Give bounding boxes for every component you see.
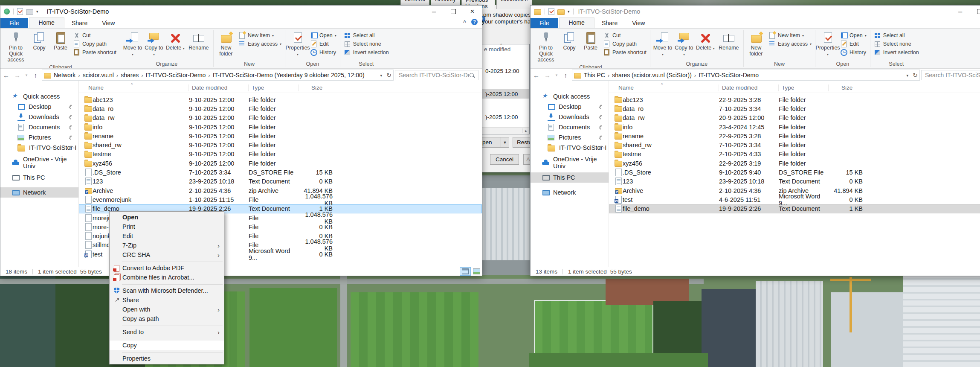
select-all-button[interactable]: Select all	[342, 32, 390, 39]
file-row-5[interactable]: shared_rw 7-10-2025 3:34 File folder	[609, 140, 980, 149]
tab-file[interactable]: File	[0, 18, 28, 28]
edit-button[interactable]: Edit	[309, 41, 338, 47]
context-menu-item-7[interactable]: Combine files in Acrobat... ›	[110, 273, 224, 282]
context-menu-item-2[interactable]: Edit ›	[110, 231, 224, 241]
breadcrumb-item-3[interactable]: IT-ITVO-SciStor-Demo	[143, 72, 209, 79]
edit-button[interactable]: Edit	[839, 41, 868, 47]
history-button[interactable]: History	[309, 49, 338, 56]
column-header-name[interactable]: Name	[609, 84, 719, 91]
details-view-button[interactable]	[460, 267, 471, 276]
copy-to-button[interactable]: Copy to ▾	[144, 30, 164, 58]
file-row-11[interactable]: evenmorejunk 1-10-2025 11:15 File 1.048.…	[79, 195, 482, 204]
paste-button[interactable]: Paste	[580, 30, 601, 52]
file-row-0[interactable]: abc123 22-9-2025 3:28 File folder	[609, 95, 980, 104]
scroll-right-arrow-icon[interactable]: ▸	[522, 128, 529, 133]
file-row-12[interactable]: file_demo 19-9-2025 2:26 Text Document 1…	[609, 204, 980, 213]
folder-icon[interactable]	[557, 9, 565, 15]
address-dropdown-icon[interactable]: ▾	[906, 73, 908, 78]
breadcrumb-item-4[interactable]: IT-ITVO-SciStor-Demo (Yesterday 9 oktobe…	[210, 72, 367, 79]
easy-access-button[interactable]: Easy access▾	[237, 41, 283, 47]
forward-button[interactable]: →	[12, 72, 22, 79]
select-none-button[interactable]: Select none	[873, 41, 920, 47]
file-row-11[interactable]: test 4-6-2025 11:51 Microsoft Word 9... …	[609, 195, 980, 204]
context-menu-item-5[interactable]: ›	[110, 259, 224, 263]
tab-home[interactable]: Home	[559, 17, 594, 28]
file-row-8[interactable]: .DS_Store 9-10-2025 9:40 DS_STORE File 1…	[609, 168, 980, 177]
sidebar-item-2[interactable]: Downloads	[0, 112, 78, 122]
tab-share[interactable]: Share	[64, 18, 95, 28]
file-row-8[interactable]: .DS_Store 7-10-2025 3:34 DS_STORE File 1…	[79, 168, 482, 177]
sidebar-item-0[interactable]: Quick access	[531, 91, 609, 102]
help-icon[interactable]: ?	[471, 19, 478, 25]
file-row-2[interactable]: data_rw 20-9-2025 12:00 File folder	[609, 114, 980, 122]
sidebar-item-3[interactable]: Documents	[531, 122, 609, 132]
file-row-1[interactable]: data_ro 9-10-2025 12:00 File folder	[79, 104, 482, 113]
sidebar-item-5[interactable]: IT-ITVO-SciStor-I	[0, 143, 78, 153]
sidebar-item-1[interactable]: Desktop	[531, 102, 609, 112]
file-row-2[interactable]: data_rw 9-10-2025 12:00 File folder	[79, 114, 482, 122]
title-bar[interactable]: ▾ IT-ITVO-SciStor-Demo ─ ×	[0, 6, 482, 17]
dialog-tab-customize[interactable]: Customize	[496, 0, 532, 9]
copy-to-button[interactable]: Copy to ▾	[674, 30, 694, 58]
collapse-ribbon-icon[interactable]: ^	[463, 19, 466, 25]
delete-button[interactable]: Delete ▾	[695, 30, 716, 52]
new-item-button[interactable]: New item▾	[767, 32, 813, 39]
context-menu-item-17[interactable]: ›	[110, 350, 224, 354]
delete-button[interactable]: Delete ▾	[165, 30, 186, 52]
context-menu-item-8[interactable]: ›	[110, 282, 224, 286]
sidebar-item-8[interactable]: Network	[531, 187, 609, 198]
new-folder-button[interactable]: New folder	[746, 30, 766, 58]
back-button[interactable]: ←	[1, 72, 11, 79]
context-menu-item-3[interactable]: 7-Zip ›	[110, 241, 224, 250]
breadcrumb-item-0[interactable]: Network	[51, 72, 78, 79]
sidebar-item-4[interactable]: Pictures	[0, 132, 78, 143]
address-bar[interactable]: Network › scistor.vu.nl › shares › IT-IT…	[42, 70, 394, 81]
maximize-button[interactable]	[444, 6, 463, 17]
maximize-button[interactable]	[970, 6, 980, 17]
column-header-size[interactable]: Size	[829, 84, 865, 91]
folder-icon[interactable]	[26, 9, 33, 15]
refresh-icon[interactable]: ↻	[386, 72, 391, 79]
move-to-button[interactable]: Move to ▾	[652, 30, 673, 58]
rename-button[interactable]: Rename	[716, 30, 741, 52]
column-header-name[interactable]: Name	[79, 84, 189, 91]
breadcrumb-item-2[interactable]: IT-ITVO-SciStor-Demo	[696, 72, 761, 79]
file-row-9[interactable]: 123 23-9-2025 10:18 Text Document 0 KB	[79, 177, 482, 186]
sidebar-item-5[interactable]: IT-ITVO-SciStor-I	[531, 143, 609, 153]
breadcrumb-item-1[interactable]: scistor.vu.nl	[80, 72, 116, 79]
column-header-date-modified[interactable]: Date modified	[189, 84, 249, 91]
context-menu-item-11[interactable]: Open with ›	[110, 305, 224, 314]
context-menu-item-14[interactable]: Send to ›	[110, 327, 224, 337]
context-menu-item-12[interactable]: Copy as path ›	[110, 314, 224, 323]
context-menu-item-13[interactable]: ›	[110, 323, 224, 327]
context-menu-item-4[interactable]: CRC SHA ›	[110, 250, 224, 259]
file-row-7[interactable]: xyz456 22-9-2025 3:19 File folder	[609, 159, 980, 168]
sidebar-item-6[interactable]: OneDrive - Vrije Univ	[0, 157, 78, 168]
qat-customize-caret-icon[interactable]: ▾	[36, 9, 38, 14]
file-row-6[interactable]: testme 9-10-2025 12:00 File folder	[79, 150, 482, 159]
breadcrumb-item-0[interactable]: This PC	[581, 72, 608, 79]
title-bar[interactable]: ▾ IT-ITVO-SciStor-Demo ─ ×	[531, 6, 980, 17]
copy-path-button[interactable]: Copy path	[72, 41, 118, 47]
thumbnail-view-button[interactable]	[471, 267, 482, 276]
sidebar-item-8[interactable]: Network	[0, 187, 78, 198]
forward-button[interactable]: →	[542, 72, 552, 79]
properties-shortcut-icon[interactable]	[548, 8, 554, 15]
context-menu-item-15[interactable]: ›	[110, 337, 224, 341]
context-menu-item-6[interactable]: Convert to Adobe PDF ›	[110, 263, 224, 273]
properties-button[interactable]: Properties ▾	[287, 30, 308, 58]
easy-access-button[interactable]: Easy access▾	[767, 41, 813, 47]
recent-locations-caret-icon[interactable]: ▾	[23, 73, 29, 77]
sidebar-item-3[interactable]: Documents	[0, 122, 78, 132]
minimize-button[interactable]: ─	[424, 6, 444, 17]
invert-selection-button[interactable]: Invert selection	[342, 49, 390, 56]
cut-button[interactable]: Cut	[602, 32, 648, 39]
pin-to-quick-access-button[interactable]: Pin to Quick access	[3, 30, 28, 64]
file-row-0[interactable]: abc123 9-10-2025 12:00 File folder	[79, 95, 482, 104]
file-row-10[interactable]: Archive 2-10-2025 4:36 zip Archive 41.89…	[79, 186, 482, 195]
column-header-type[interactable]: Type	[779, 84, 829, 91]
back-button[interactable]: ←	[531, 72, 541, 79]
file-row-7[interactable]: xyz456 9-10-2025 12:00 File folder	[79, 159, 482, 168]
invert-selection-button[interactable]: Invert selection	[873, 49, 920, 56]
copy-button[interactable]: Copy	[559, 30, 580, 52]
